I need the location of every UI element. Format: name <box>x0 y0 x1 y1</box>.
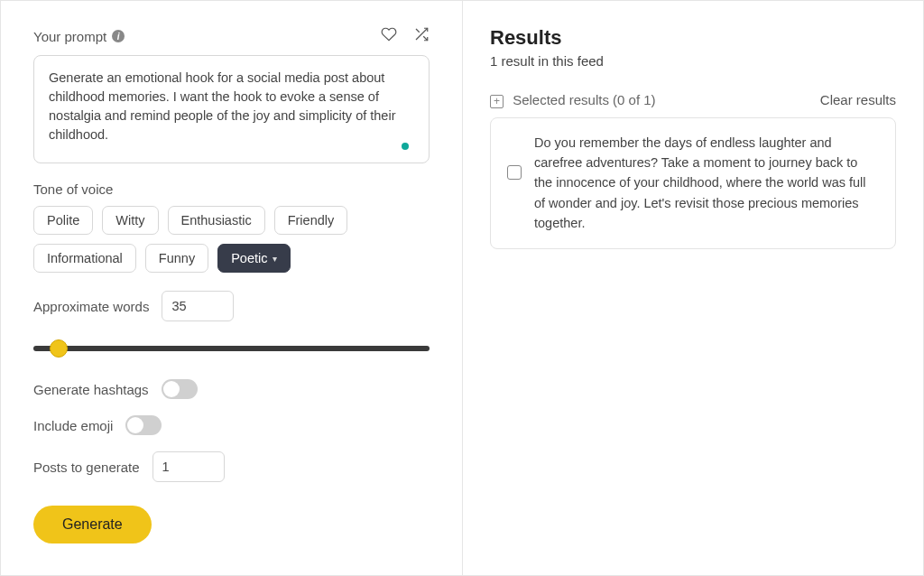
approx-words-input[interactable] <box>162 291 234 321</box>
prompt-textarea[interactable]: Generate an emotional hook for a social … <box>33 55 430 163</box>
prompt-label: Your prompt <box>33 29 106 44</box>
selected-results-toggle[interactable]: + Selected results (0 of 1) <box>490 92 656 108</box>
svg-line-1 <box>423 36 428 41</box>
emoji-toggle[interactable] <box>125 415 162 435</box>
results-panel: Results 1 result in this feed + Selected… <box>463 1 923 575</box>
posts-label: Posts to generate <box>33 460 140 475</box>
chevron-down-icon: ▾ <box>273 254 277 264</box>
result-item: Do you remember the days of endless laug… <box>490 117 896 249</box>
results-title: Results <box>490 26 896 50</box>
result-checkbox[interactable] <box>507 165 522 180</box>
favorite-icon[interactable] <box>381 26 397 46</box>
result-text: Do you remember the days of endless laug… <box>534 133 879 234</box>
tone-chip-polite[interactable]: Polite <box>33 206 93 235</box>
tone-chip-poetic[interactable]: Poetic ▾ <box>217 244 291 273</box>
selected-results-label: Selected results (0 of 1) <box>513 92 655 107</box>
tone-label: Tone of voice <box>33 181 430 197</box>
hashtags-label: Generate hashtags <box>33 382 149 397</box>
emoji-label: Include emoji <box>33 418 113 433</box>
tone-chip-friendly[interactable]: Friendly <box>274 206 348 235</box>
cursor-indicator <box>402 143 409 150</box>
clear-results-link[interactable]: Clear results <box>820 92 896 107</box>
info-icon[interactable]: i <box>112 30 125 42</box>
shuffle-icon[interactable] <box>413 26 430 46</box>
hashtags-toggle[interactable] <box>162 379 198 399</box>
tone-chip-funny[interactable]: Funny <box>145 244 208 273</box>
approx-words-label: Approximate words <box>33 299 149 314</box>
slider-thumb[interactable] <box>50 339 68 358</box>
tone-chip-group: Polite Witty Enthusiastic Friendly Infor… <box>33 206 430 273</box>
expand-icon: + <box>490 95 504 108</box>
slider-track <box>33 346 430 351</box>
tone-chip-informational[interactable]: Informational <box>33 244 136 273</box>
tone-chip-enthusiastic[interactable]: Enthusiastic <box>168 206 265 235</box>
prompt-text: Generate an emotional hook for a social … <box>49 70 395 142</box>
results-subtitle: 1 result in this feed <box>490 53 896 69</box>
tone-chip-witty[interactable]: Witty <box>102 206 158 235</box>
svg-line-2 <box>416 29 420 33</box>
posts-input[interactable] <box>152 451 225 482</box>
words-slider[interactable] <box>33 339 430 356</box>
input-panel: Your prompt i Generate an emotional hook… <box>1 1 463 575</box>
generate-button[interactable]: Generate <box>33 506 152 543</box>
